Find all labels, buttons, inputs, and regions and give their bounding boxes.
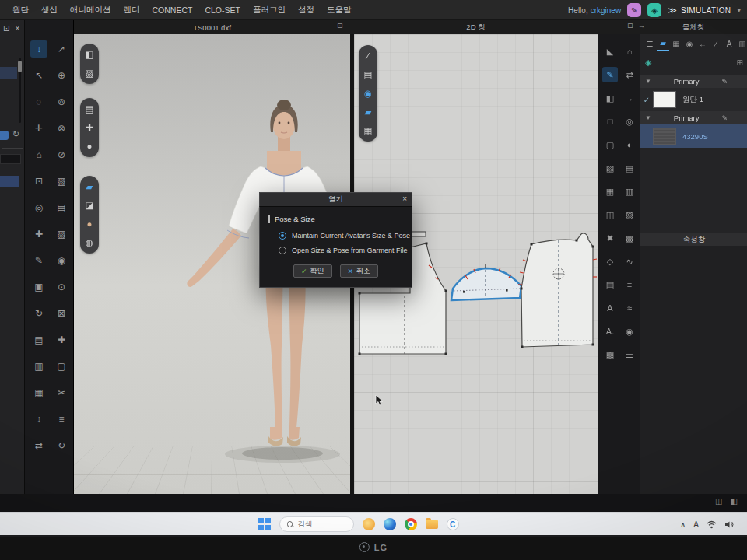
button-tool-icon[interactable]: ⊙ (53, 278, 70, 296)
check-shirt-tool-icon[interactable]: ▨ (53, 226, 70, 243)
garment-texture-icon[interactable]: ▨ (82, 66, 96, 80)
mode-selector[interactable]: ≫ SIMULATION (668, 5, 731, 16)
refresh-icon[interactable]: ↻ (12, 129, 19, 139)
fabric-swatch[interactable] (653, 128, 676, 145)
scissors-tool-icon[interactable]: ✂ (53, 384, 70, 401)
trim-tab-icon[interactable]: ▦ (670, 37, 682, 51)
avatar-pose-c-icon[interactable]: ⊗ (53, 120, 70, 137)
safety-pin-icon[interactable]: ✚ (53, 331, 70, 348)
edit-icon[interactable]: ✎ (721, 114, 728, 122)
topstitch-tab-icon[interactable]: ∕ (710, 37, 722, 51)
pattern-shirt-icon[interactable]: ▦ (361, 124, 375, 138)
select-tool-icon[interactable]: ↖ (30, 67, 47, 84)
simulate-icon[interactable]: ↓ (30, 40, 47, 58)
text-tool-icon[interactable]: A (602, 300, 618, 316)
menu-settings[interactable]: 설정 (298, 5, 314, 16)
taskbar-search[interactable]: 검색 (279, 516, 354, 532)
show-avatar-icon[interactable]: ● (82, 139, 96, 153)
undock-2d-icon[interactable]: ⊡ (627, 22, 633, 30)
close-library-icon[interactable]: × (15, 24, 19, 33)
sync-tool-icon[interactable]: ↻ (30, 305, 47, 322)
fabric-row-selected[interactable]: 43290S (640, 124, 747, 148)
sewing-edit-icon[interactable]: ⊡ (30, 173, 47, 190)
garment-library-icon[interactable]: ▤ (30, 331, 47, 348)
library-row[interactable] (0, 176, 19, 187)
undock-3d-icon[interactable]: ⊡ (337, 22, 343, 30)
caret-down-icon[interactable]: ▼ (645, 78, 651, 85)
button-tab-icon[interactable]: ◉ (683, 37, 696, 51)
zigzag-seam-icon[interactable]: ≈ (622, 300, 637, 316)
object-list-icon[interactable]: ☰ (644, 37, 656, 51)
panel-toggle-icon[interactable]: ◫ (715, 497, 722, 506)
library-scroll-thumb[interactable] (18, 61, 22, 72)
undock-library-icon[interactable]: ⊡ (3, 24, 9, 33)
sewing-machine-2d-icon[interactable]: ⌂ (622, 44, 637, 59)
shirt-tool-icon[interactable]: ▤ (622, 160, 637, 176)
pattern-sleeve-piece[interactable] (451, 264, 521, 300)
fabric-mesh-icon[interactable]: ▰ (82, 180, 96, 194)
tab-2d-window[interactable]: 2D 창 (354, 20, 598, 34)
seam-line-tool-icon[interactable]: ∕ (361, 49, 375, 63)
fabric-tab-icon[interactable]: ▰ (657, 37, 669, 51)
menu-fabric[interactable]: 원단 (12, 5, 29, 16)
fabric-swatch[interactable] (653, 91, 676, 108)
library-button[interactable] (0, 131, 9, 140)
menu-production[interactable]: 생산 (41, 5, 58, 16)
layers-tool-icon[interactable]: ◫ (602, 207, 618, 222)
render-mode-icon[interactable]: ◧ (82, 47, 96, 61)
menu-clo-set[interactable]: CLO-SET (205, 5, 240, 15)
show-garment-icon[interactable]: ▤ (82, 102, 96, 116)
wifi-icon[interactable] (707, 520, 717, 529)
add-point-icon[interactable]: ◧ (602, 90, 618, 106)
vest-tool-icon[interactable]: ▧ (602, 160, 618, 176)
fabric-group-header[interactable]: ▼ Primary ✎ (640, 111, 747, 124)
mode-dropdown-icon[interactable]: ▾ (737, 6, 741, 14)
zigzag-shirt-icon[interactable]: ▨ (622, 207, 637, 222)
panel-toggle-icon[interactable]: ◧ (731, 497, 738, 506)
measure-tool-icon[interactable]: ↕ (30, 411, 47, 428)
close-icon[interactable]: × (402, 194, 407, 203)
tab-object-window[interactable]: 물체창 (640, 20, 747, 34)
zoom-detail-icon[interactable]: ◎ (622, 114, 637, 129)
menu-plugin[interactable]: 플러그인 (253, 5, 286, 16)
tray-expand-icon[interactable]: ∧ (680, 520, 686, 529)
style-display-icon[interactable]: ▣ (30, 278, 47, 296)
library-selected-row[interactable] (0, 67, 17, 79)
edit-icon[interactable]: ✎ (721, 78, 728, 86)
library-field[interactable] (0, 154, 21, 164)
arrow-tab-icon[interactable]: ← (696, 37, 709, 51)
show-trims-icon[interactable]: ✚ (82, 121, 96, 135)
menu-connect[interactable]: CONNECT (153, 5, 193, 15)
confirm-button[interactable]: ✓ 확인 (293, 264, 332, 278)
stitch-tool-icon[interactable]: ◉ (53, 252, 70, 269)
tshirt-tool-icon[interactable]: ▤ (53, 199, 70, 216)
shoes-library-icon[interactable]: ▦ (30, 384, 47, 401)
iron-tool-icon[interactable]: ◐ (622, 137, 637, 152)
check-icon[interactable]: ✓ (640, 96, 653, 104)
pants-library-icon[interactable]: ▥ (30, 358, 47, 375)
grading-grid-icon[interactable]: ▩ (602, 347, 618, 362)
design-tools-badge-icon[interactable]: ✎ (627, 3, 641, 17)
more-tab-icon[interactable]: ▥ (736, 37, 747, 51)
rectangle-tool-icon[interactable]: □ (602, 114, 618, 129)
ship-garment-icon[interactable]: ▥ (622, 184, 637, 199)
find-tool-icon[interactable]: ◎ (30, 199, 47, 216)
tape-tool-icon[interactable]: ≡ (53, 411, 70, 428)
connect-3d-badge-icon[interactable]: ◈ (647, 3, 661, 17)
radio-maintain-size-pose[interactable]: Maintain Current Avatar's Size & Pose (279, 232, 404, 240)
basting-tool-icon[interactable]: ≡ (622, 277, 637, 292)
radio-icon[interactable] (279, 247, 286, 254)
material-node-icon[interactable]: ◈ (645, 58, 651, 68)
lock-garment-icon[interactable]: ⊠ (53, 305, 70, 322)
walk-pose-icon[interactable]: ↗ (53, 40, 70, 58)
edit-curve-icon[interactable]: ✎ (602, 67, 618, 82)
sewing-machine-icon[interactable]: ⌂ (30, 146, 47, 163)
fabric-group-header[interactable]: ▼ Primary ✎ (640, 75, 747, 88)
avatar-move-icon[interactable]: ✛ (30, 120, 47, 137)
seam-line-icon[interactable]: ∿ (622, 254, 637, 269)
weather-widget-icon[interactable] (363, 518, 375, 530)
lasso-select-icon[interactable]: ◌ (30, 93, 47, 110)
fabric-2d-icon[interactable]: ▰ (361, 105, 375, 119)
avatar-skin-icon[interactable]: ● (82, 217, 96, 231)
volume-icon[interactable] (724, 520, 735, 529)
